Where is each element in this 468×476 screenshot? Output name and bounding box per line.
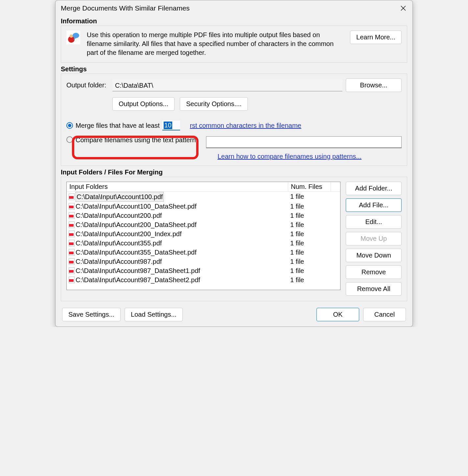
output-folder-label: Output folder: [66, 81, 109, 89]
table-row[interactable]: C:\Data\Input\Account987.pdf1 file [67, 257, 340, 266]
pdf-icon [69, 258, 75, 265]
learn-more-button[interactable]: Learn More... [350, 31, 402, 44]
pdf-icon [69, 193, 75, 200]
common-chars-link[interactable]: rst common characters in the filename [190, 122, 301, 129]
table-row[interactable]: C:\Data\Input\Account200_Index.pdf1 file [67, 229, 340, 238]
dialog-title: Merge Documents With Similar Filenames [61, 4, 190, 12]
pdf-icon [69, 221, 75, 228]
pdf-icon [69, 240, 75, 246]
information-section: Information Use this operation to merge … [61, 17, 407, 63]
titlebar: Merge Documents With Similar Filenames [56, 0, 412, 15]
information-text: Use this operation to merge multiple PDF… [87, 31, 338, 57]
file-count: 1 file [288, 192, 340, 202]
svg-point-4 [73, 33, 79, 38]
pattern-input[interactable] [206, 136, 402, 148]
settings-section: Settings Output folder: C:\Data\BAT\ Bro… [61, 65, 407, 166]
file-list-header: Input Folders Num. Files [67, 182, 340, 192]
table-row[interactable]: C:\Data\Input\Account100_DataSheet.pdf1 … [67, 202, 340, 211]
svg-point-3 [70, 34, 73, 38]
browse-button[interactable]: Browse... [346, 79, 402, 92]
file-count: 1 file [288, 257, 340, 266]
security-options-button[interactable]: Security Options.... [180, 97, 248, 111]
common-chars-input[interactable]: 10 [162, 121, 180, 130]
merge-dialog: Merge Documents With Similar Filenames I… [55, 0, 413, 327]
file-count: 1 file [288, 238, 340, 248]
file-count: 1 file [288, 266, 340, 275]
move-up-button[interactable]: Move Up [346, 232, 402, 245]
compare-pattern-label: Compare filenames using the text pattern… [76, 136, 198, 144]
load-settings-button[interactable]: Load Settings... [125, 308, 183, 321]
file-path: C:\Data\Input\Account987.pdf [76, 257, 162, 266]
file-list[interactable]: Input Folders Num. Files C:\Data\Input\A… [66, 182, 340, 290]
col-num-files[interactable]: Num. Files [288, 182, 331, 192]
edit-button[interactable]: Edit... [346, 215, 402, 229]
file-path: C:\Data\Input\Account355_DataSheet.pdf [76, 248, 197, 257]
pdf-icon [69, 249, 75, 256]
file-path: C:\Data\Input\Account355.pdf [76, 238, 162, 248]
cancel-button[interactable]: Cancel [363, 308, 406, 321]
pdf-icon [69, 203, 75, 210]
info-icon [66, 31, 80, 44]
close-icon[interactable] [398, 3, 409, 13]
file-count: 1 file [288, 220, 340, 229]
move-down-button[interactable]: Move Down [346, 249, 402, 262]
pdf-icon [69, 267, 75, 274]
file-count: 1 file [288, 248, 340, 257]
file-path: C:\Data\Input\Account200_Index.pdf [76, 229, 181, 238]
table-row[interactable]: C:\Data\Input\Account200.pdf1 file [67, 211, 340, 220]
merge-common-chars-radio[interactable] [66, 122, 73, 129]
pdf-icon [69, 277, 75, 283]
file-action-buttons: Add Folder... Add File... Edit... Move U… [346, 182, 402, 296]
add-file-button[interactable]: Add File... [346, 198, 402, 212]
merge-label-pre: Merge files that have at least [76, 122, 160, 129]
input-section: Input Folders / Files For Merging Input … [61, 169, 407, 301]
table-row[interactable]: C:\Data\Input\Account355_DataSheet.pdf1 … [67, 248, 340, 257]
remove-all-button[interactable]: Remove All [346, 282, 402, 296]
file-count: 1 file [288, 275, 340, 284]
ok-button[interactable]: OK [316, 308, 359, 321]
output-folder-field[interactable]: C:\Data\BAT\ [112, 79, 342, 91]
file-path: C:\Data\Input\Account200.pdf [76, 211, 162, 220]
add-folder-button[interactable]: Add Folder... [346, 182, 402, 195]
file-path: C:\Data\Input\Account100.pdf [76, 192, 164, 202]
file-path: C:\Data\Input\Account200_DataSheet.pdf [76, 220, 197, 229]
file-count: 1 file [288, 229, 340, 238]
file-path: C:\Data\Input\Account987_DataSheet2.pdf [76, 275, 200, 284]
output-options-button[interactable]: Output Options... [112, 97, 175, 111]
file-path: C:\Data\Input\Account100_DataSheet.pdf [76, 202, 197, 211]
pdf-icon [69, 231, 75, 237]
col-input-folders[interactable]: Input Folders [67, 182, 288, 192]
file-path: C:\Data\Input\Account987_DataSheet1.pdf [76, 266, 200, 275]
table-row[interactable]: C:\Data\Input\Account100.pdf1 file [67, 192, 340, 202]
learn-pattern-link[interactable]: Learn how to compare filenames using pat… [218, 153, 362, 160]
table-row[interactable]: C:\Data\Input\Account200_DataSheet.pdf1 … [67, 220, 340, 229]
file-count: 1 file [288, 202, 340, 211]
input-heading: Input Folders / Files For Merging [61, 169, 407, 176]
compare-pattern-radio[interactable] [66, 136, 73, 143]
settings-heading: Settings [61, 65, 407, 73]
table-row[interactable]: C:\Data\Input\Account987_DataSheet1.pdf1… [67, 266, 340, 275]
file-count: 1 file [288, 211, 340, 220]
dialog-footer: Save Settings... Load Settings... OK Can… [56, 301, 412, 321]
remove-button[interactable]: Remove [346, 265, 402, 279]
information-heading: Information [61, 17, 407, 25]
table-row[interactable]: C:\Data\Input\Account987_DataSheet2.pdf1… [67, 275, 340, 284]
table-row[interactable]: C:\Data\Input\Account355.pdf1 file [67, 238, 340, 248]
pdf-icon [69, 212, 75, 219]
save-settings-button[interactable]: Save Settings... [62, 308, 121, 321]
